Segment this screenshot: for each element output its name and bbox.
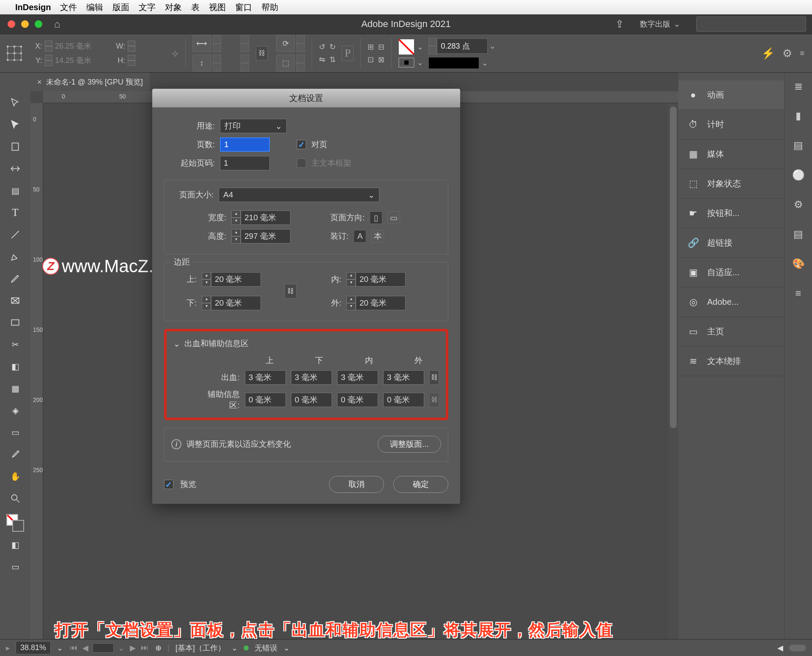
close-window-icon[interactable]: [8, 20, 15, 28]
height-input[interactable]: 297 毫米: [241, 229, 291, 243]
chevron-down-icon[interactable]: ⌄: [116, 643, 126, 653]
hand-tool-icon[interactable]: ✋: [6, 467, 24, 485]
chevron-down-icon[interactable]: ⌄: [417, 58, 423, 67]
workspace-status[interactable]: [基本]（工作）: [176, 643, 225, 653]
home-icon[interactable]: ⌂: [54, 18, 60, 30]
scroll-left-icon[interactable]: ◀: [777, 643, 783, 653]
link-bleed-icon[interactable]: ⛓: [429, 370, 439, 385]
slug-bottom-input[interactable]: 0 毫米: [291, 393, 332, 407]
stroke-swatch-icon[interactable]: [398, 57, 414, 68]
facing-pages-checkbox[interactable]: [297, 140, 306, 149]
scrollbar-vertical[interactable]: [668, 103, 678, 639]
rotate-ccw-icon[interactable]: ↺: [319, 42, 325, 52]
bleed-top-input[interactable]: 3 毫米: [245, 370, 286, 385]
side-icon[interactable]: ≡: [795, 287, 801, 299]
zoom-tool-icon[interactable]: [6, 489, 24, 507]
pencil-tool-icon[interactable]: [6, 270, 24, 287]
margin-bottom-stepper[interactable]: ▴▾: [202, 296, 211, 310]
panel-timing[interactable]: ⏱计时: [678, 110, 784, 139]
menu-object[interactable]: 对象: [165, 2, 182, 13]
panel-adobe[interactable]: ◎Adobe...: [678, 287, 784, 317]
content-collector-icon[interactable]: ▤: [6, 182, 24, 200]
menu-help[interactable]: 帮助: [261, 2, 278, 13]
side-icon[interactable]: ⚪: [792, 169, 805, 181]
align-icon-2[interactable]: ⊡: [368, 55, 374, 64]
constrain-proportions-icon[interactable]: ⟡: [172, 47, 178, 59]
first-page-icon[interactable]: ⏮: [69, 643, 78, 653]
panel-text-wrap[interactable]: ≋文本绕排: [678, 347, 784, 376]
gradient-feather-tool-icon[interactable]: ◈: [6, 402, 24, 419]
line-tool-icon[interactable]: [6, 226, 24, 243]
y-stepper[interactable]: [45, 55, 52, 66]
slug-inside-input[interactable]: 0 毫米: [337, 393, 378, 407]
chevron-down-icon[interactable]: ⌄: [57, 643, 63, 653]
pen-tool-icon[interactable]: [6, 248, 24, 265]
panel-liquid-layout[interactable]: ▣自适应...: [678, 258, 784, 287]
selection-tool-icon[interactable]: [6, 94, 24, 112]
gradient-tool-icon[interactable]: ▦: [6, 380, 24, 397]
rotate-stepper[interactable]: [241, 35, 249, 52]
link-margins-icon[interactable]: ⛓: [285, 284, 296, 298]
zoom-value[interactable]: 38.81%: [16, 641, 51, 654]
errors-status[interactable]: 无错误: [255, 643, 277, 653]
minimize-window-icon[interactable]: [21, 20, 29, 28]
chevron-down-icon[interactable]: ⌄: [231, 643, 238, 653]
share-icon[interactable]: ⇪: [615, 18, 624, 30]
apply-color-icon[interactable]: ◧: [6, 536, 24, 554]
free-transform-tool-icon[interactable]: ◧: [6, 358, 24, 375]
height-stepper[interactable]: ▴▾: [231, 229, 241, 243]
panel-animation[interactable]: ●动画: [678, 80, 784, 110]
direct-selection-tool-icon[interactable]: [6, 116, 24, 134]
rotate-icon[interactable]: ⟳: [276, 35, 295, 52]
character-icon[interactable]: P: [342, 46, 354, 61]
fit-width-icon[interactable]: ⟷: [192, 35, 211, 52]
fill-swatch-icon[interactable]: [398, 39, 414, 55]
next-page-icon[interactable]: ▶: [128, 643, 137, 653]
w-stepper[interactable]: [128, 41, 135, 52]
width-input[interactable]: 210 毫米: [241, 210, 291, 225]
slug-top-input[interactable]: 0 毫米: [245, 393, 286, 407]
panel-media[interactable]: ▦媒体: [678, 139, 784, 169]
panel-hyperlinks[interactable]: 🔗超链接: [678, 228, 784, 258]
pages-input[interactable]: 1: [220, 137, 270, 152]
binding-rtl-icon[interactable]: 本: [371, 230, 384, 243]
publish-dropdown[interactable]: 数字出版 ⌄: [634, 16, 686, 32]
shear-icon[interactable]: ⬚: [276, 55, 295, 71]
menu-view[interactable]: 视图: [209, 2, 226, 13]
chevron-down-icon[interactable]: ⌄: [417, 42, 423, 52]
orientation-landscape-icon[interactable]: ▭: [387, 211, 400, 224]
side-icon[interactable]: ≣: [794, 80, 803, 92]
margin-inside-input[interactable]: 20 毫米: [356, 272, 406, 287]
settings-icon[interactable]: ⚙: [782, 47, 792, 60]
binding-ltr-icon[interactable]: A: [354, 230, 366, 243]
fit-height-icon[interactable]: ↕: [192, 55, 211, 71]
start-page-input[interactable]: 1: [220, 156, 270, 170]
link-slug-icon[interactable]: ⛓̸: [429, 393, 439, 407]
rectangle-frame-tool-icon[interactable]: [6, 292, 24, 309]
view-mode-icon[interactable]: ▭: [6, 558, 24, 576]
margin-inside-stepper[interactable]: ▴▾: [346, 272, 356, 287]
open-icon[interactable]: ⊕: [155, 643, 162, 653]
intent-select[interactable]: 打印⌄: [220, 119, 287, 133]
page-field[interactable]: [93, 643, 114, 653]
ruler-vertical[interactable]: 0 50 100 150 200 250: [30, 103, 43, 639]
chevron-down-icon[interactable]: ⌄: [489, 41, 496, 51]
margin-top-stepper[interactable]: ▴▾: [202, 272, 211, 287]
scissors-tool-icon[interactable]: ✂: [6, 336, 24, 353]
x-stepper[interactable]: [45, 41, 52, 52]
bleed-bottom-input[interactable]: 3 毫米: [291, 370, 332, 385]
primary-text-frame-checkbox[interactable]: [297, 159, 306, 168]
shear-angle-stepper[interactable]: [296, 55, 305, 71]
menu-window[interactable]: 窗口: [235, 2, 252, 13]
menu-file[interactable]: 文件: [60, 2, 77, 13]
margin-outside-input[interactable]: 20 毫米: [356, 296, 406, 310]
fill-stroke-swatch[interactable]: [6, 514, 24, 532]
close-tab-icon[interactable]: ×: [37, 78, 42, 87]
menu-layout[interactable]: 版面: [112, 2, 129, 13]
panel-object-states[interactable]: ⬚对象状态: [678, 169, 784, 199]
side-icon[interactable]: ▮: [796, 110, 801, 122]
link-scale-icon[interactable]: ⛓: [256, 46, 268, 60]
y-value[interactable]: 14.25 毫米: [55, 55, 110, 66]
search-input[interactable]: [696, 16, 806, 32]
side-icon[interactable]: ⚙: [794, 199, 803, 210]
